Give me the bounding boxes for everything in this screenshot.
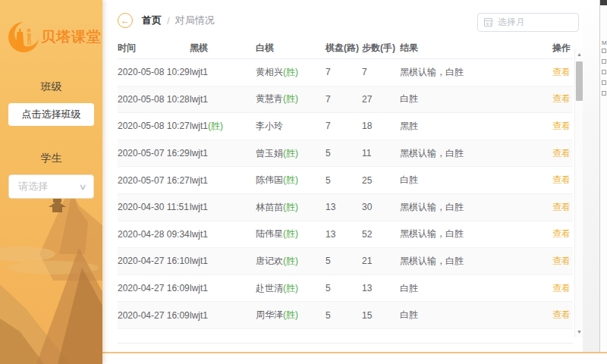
cell-board-size: 5 bbox=[326, 175, 362, 186]
view-button[interactable]: 查看 bbox=[552, 67, 571, 77]
cell-black-player: lwjt1(胜) bbox=[190, 120, 256, 133]
month-picker-placeholder: 选择月 bbox=[498, 16, 525, 29]
chevron-down-icon: ∨ bbox=[78, 182, 86, 192]
cell-black-player: lwjt1 bbox=[190, 283, 256, 293]
view-button[interactable]: 查看 bbox=[552, 202, 571, 212]
app-title: 贝塔课堂 bbox=[41, 27, 102, 47]
cell-result: 白胜 bbox=[400, 93, 544, 105]
cell-black-player: lwjt1 bbox=[190, 94, 256, 105]
cell-white-player: 陆伟星(胜) bbox=[256, 228, 326, 240]
view-button[interactable]: 查看 bbox=[552, 309, 571, 320]
cell-result: 白胜 bbox=[400, 174, 544, 187]
partial-window-label: M bbox=[602, 39, 607, 46]
cell-board-size: 13 bbox=[326, 229, 362, 240]
win-badge: (胜) bbox=[283, 93, 298, 104]
cell-action: 查看 bbox=[544, 120, 573, 133]
breadcrumb-home[interactable]: 首页 bbox=[142, 14, 162, 27]
table-row: 2020-04-27 16:09:50lwjt1赴世清(胜)513白胜查看 bbox=[118, 275, 573, 303]
cell-white-player: 陈伟国(胜) bbox=[256, 174, 326, 187]
cell-action: 查看 bbox=[544, 66, 573, 79]
main-content: ← 首页 / 对局情况 选择月 时间 黑棋 白棋 棋盘(路) 步数(手) 结果 … bbox=[102, 0, 583, 364]
cell-result: 黑胜 bbox=[400, 120, 544, 133]
partial-window-titlebar bbox=[600, 0, 607, 5]
cell-steps: 18 bbox=[362, 121, 400, 131]
cell-time: 2020-04-27 16:10:23 bbox=[118, 256, 190, 266]
col-header-result: 结果 bbox=[400, 42, 544, 55]
cell-result: 黑棋认输，白胜 bbox=[400, 255, 544, 268]
cell-steps: 21 bbox=[362, 256, 400, 266]
table-row: 2020-05-07 16:29:57lwjt1曾玉娟(胜)511黑棋认输，白胜… bbox=[118, 140, 573, 168]
view-button[interactable]: 查看 bbox=[552, 121, 571, 131]
student-section-label: 学生 bbox=[0, 152, 102, 165]
cell-action: 查看 bbox=[544, 93, 573, 105]
page-bottom-divider bbox=[102, 352, 607, 353]
col-header-board: 棋盘(路) bbox=[326, 42, 362, 55]
view-button[interactable]: 查看 bbox=[552, 148, 571, 158]
month-picker-input[interactable]: 选择月 bbox=[477, 13, 579, 32]
win-badge: (胜) bbox=[283, 67, 298, 77]
view-button[interactable]: 查看 bbox=[552, 228, 571, 239]
cell-white-player: 李小玲 bbox=[256, 120, 326, 133]
student-select-placeholder: 请选择 bbox=[18, 180, 48, 193]
cell-time: 2020-04-28 09:34:30 bbox=[118, 229, 190, 240]
cell-time: 2020-04-30 11:51:45 bbox=[118, 202, 190, 212]
cell-white-player: 唐记欢(胜) bbox=[256, 255, 326, 268]
background-gap-strip bbox=[583, 0, 599, 352]
cell-white-player: 曾玉娟(胜) bbox=[256, 147, 326, 160]
breadcrumb-separator: / bbox=[167, 15, 170, 27]
table-row: 2020-04-27 16:10:23lwjt1唐记欢(胜)521黑棋认输，白胜… bbox=[118, 248, 573, 275]
cell-board-size: 5 bbox=[326, 256, 362, 266]
partial-window-edge: M bbox=[599, 0, 607, 352]
cell-result: 黑棋认输，白胜 bbox=[400, 228, 544, 240]
cell-board-size: 7 bbox=[326, 94, 362, 105]
select-class-button[interactable]: 点击选择班级 bbox=[8, 103, 94, 126]
cell-black-player: lwjt1 bbox=[190, 175, 256, 186]
cell-steps: 25 bbox=[362, 175, 400, 186]
view-button[interactable]: 查看 bbox=[552, 256, 571, 266]
cell-action: 查看 bbox=[544, 201, 573, 214]
cell-steps: 15 bbox=[362, 310, 400, 321]
cell-board-size: 13 bbox=[326, 202, 362, 212]
cell-result: 黑棋认输，白胜 bbox=[400, 66, 544, 79]
cell-white-player: 周华泽(胜) bbox=[256, 309, 326, 322]
cell-black-player: lwjt1 bbox=[190, 256, 256, 266]
lighthouse-moon-logo-icon bbox=[6, 20, 41, 55]
cell-time: 2020-05-07 16:27:47 bbox=[118, 175, 190, 186]
table-header-row: 时间 黑棋 白棋 棋盘(路) 步数(手) 结果 操作 bbox=[118, 38, 573, 59]
cell-action: 查看 bbox=[544, 228, 573, 240]
win-badge: (胜) bbox=[283, 256, 298, 266]
cell-action: 查看 bbox=[544, 255, 573, 268]
cell-action: 查看 bbox=[544, 147, 573, 160]
back-button[interactable]: ← bbox=[118, 13, 133, 28]
cell-action: 查看 bbox=[544, 174, 573, 187]
cell-white-player: 林苗苗(胜) bbox=[256, 201, 326, 214]
cell-black-player: lwjt1 bbox=[190, 148, 256, 158]
view-button[interactable]: 查看 bbox=[552, 93, 571, 104]
class-section-label: 班级 bbox=[0, 80, 102, 94]
view-button[interactable]: 查看 bbox=[552, 174, 571, 185]
partial-checkbox bbox=[602, 49, 606, 53]
vertical-scrollbar[interactable]: ▲ ▼ bbox=[574, 49, 583, 337]
cell-time: 2020-05-07 16:29:57 bbox=[118, 148, 190, 158]
table-row: 2020-04-27 16:09:07lwjt1周华泽(胜)515白胜查看 bbox=[118, 302, 573, 329]
cell-result: 黑棋认输，白胜 bbox=[400, 201, 544, 214]
table-row: 2020-05-08 10:27:27lwjt1(胜)李小玲718黑胜查看 bbox=[118, 113, 573, 140]
col-header-white: 白棋 bbox=[256, 42, 326, 55]
cell-steps: 52 bbox=[362, 229, 400, 240]
cell-steps: 27 bbox=[362, 94, 400, 105]
view-button[interactable]: 查看 bbox=[552, 283, 571, 293]
partial-checkbox bbox=[602, 70, 606, 74]
win-badge: (胜) bbox=[283, 202, 298, 212]
cell-steps: 11 bbox=[362, 148, 400, 158]
partial-checkbox bbox=[602, 59, 606, 64]
win-badge: (胜) bbox=[208, 121, 223, 131]
cell-board-size: 7 bbox=[326, 67, 362, 77]
col-header-steps: 步数(手) bbox=[362, 42, 400, 55]
scrollbar-thumb[interactable] bbox=[576, 61, 583, 101]
col-header-action: 操作 bbox=[544, 42, 573, 55]
cell-board-size: 7 bbox=[326, 121, 362, 131]
win-badge: (胜) bbox=[283, 283, 298, 293]
student-select[interactable]: 请选择 ∨ bbox=[8, 174, 94, 199]
table-row: 2020-05-07 16:27:47lwjt1陈伟国(胜)525白胜查看 bbox=[118, 167, 573, 194]
cell-black-player: lwjt1 bbox=[190, 67, 256, 77]
